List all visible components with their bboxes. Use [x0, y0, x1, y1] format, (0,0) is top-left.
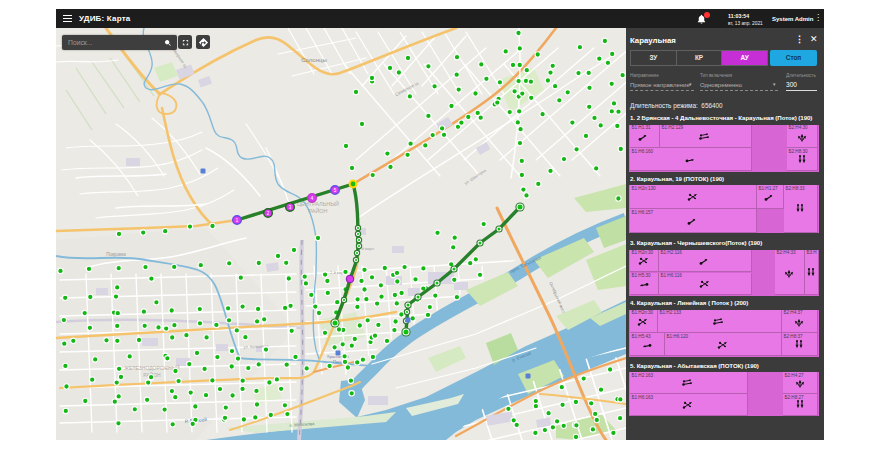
svg-text:Пасс.: Пасс.: [333, 359, 343, 364]
svg-text:РАЙОН: РАЙОН: [308, 207, 327, 214]
svg-text:Солонцы: Солонцы: [301, 57, 327, 63]
svg-text:Покровка: Покровка: [106, 252, 126, 257]
svg-text:ЖЕЛЕЗНОДОРОЖНЫЙ: ЖЕЛЕЗНОДОРОЖНЫЙ: [124, 364, 180, 371]
